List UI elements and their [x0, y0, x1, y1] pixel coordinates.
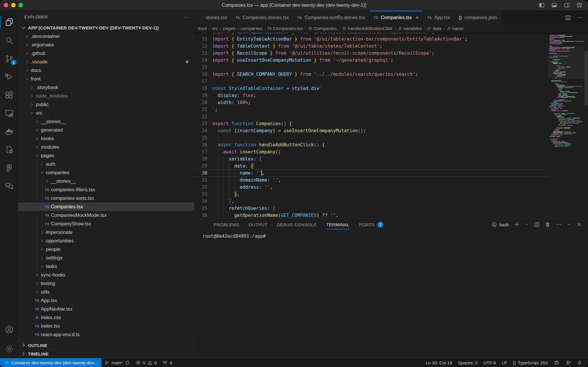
- breadcrumb-src[interactable]: src: [212, 26, 218, 31]
- minimize-window-button[interactable]: [11, 3, 16, 7]
- minimap[interactable]: [548, 33, 584, 218]
- tree-folder-companies[interactable]: companies: [19, 168, 194, 177]
- terminal[interactable]: root@0a42ecd84891:/app#: [194, 231, 588, 358]
- panel-tab-ports[interactable]: PORTS1: [359, 218, 383, 231]
- tree-folder-opportunities[interactable]: opportunities: [19, 237, 194, 245]
- tree-folder-.github[interactable]: .github: [19, 49, 194, 58]
- tab-Companies.sortBy.stories.tsx[interactable]: TSCompanies.sortBy.stories.tsx: [293, 11, 370, 24]
- cursor-position[interactable]: Ln 30, Col 19: [423, 358, 455, 367]
- activity-item-files[interactable]: [0, 13, 19, 31]
- activity-item-run-debug[interactable]: [0, 68, 19, 86]
- tree-folder-pages[interactable]: pages: [19, 151, 194, 160]
- activity-item-search[interactable]: [0, 31, 19, 49]
- new-terminal-icon[interactable]: [514, 222, 520, 227]
- scrollbar-thumb[interactable]: [584, 51, 587, 105]
- eol-sequence[interactable]: LF: [499, 358, 510, 367]
- notifications[interactable]: [574, 358, 585, 367]
- remote-indicator[interactable]: Container dev-twenty-dev (dev-twenty-dev…: [0, 358, 101, 367]
- close-tab-icon[interactable]: ×: [416, 15, 419, 21]
- tree-folder-src[interactable]: src: [19, 109, 194, 117]
- breadcrumb-variables[interactable]: variables: [397, 26, 422, 31]
- panel-tab-debug-console[interactable]: DEBUG CONSOLE: [277, 218, 317, 231]
- tree-file-companies-filters.tsx[interactable]: TScompanies-filters.tsx: [19, 185, 194, 194]
- zoom-window-button[interactable]: [19, 3, 23, 7]
- close-window-button[interactable]: [4, 3, 8, 7]
- tree-file-index.tsx[interactable]: TSindex.tsx: [19, 322, 194, 330]
- tree-folder-__stories__[interactable]: __stories__: [19, 177, 194, 185]
- activity-item-source-control[interactable]: 1: [0, 49, 19, 68]
- branch-indicator[interactable]: main*: [101, 358, 133, 367]
- tab-companies.json[interactable]: {}companies.json: [455, 11, 502, 24]
- activity-item-comments[interactable]: [0, 177, 19, 195]
- explorer-section-header[interactable]: APP [CONTAINER DEV-TWENTY-DEV (DEV-TWENT…: [19, 24, 194, 32]
- panel-tab-terminal[interactable]: TERMINAL: [326, 218, 350, 231]
- breadcrumb-companies[interactable]: companies: [240, 26, 263, 31]
- tree-folder-hooks[interactable]: hooks: [19, 134, 194, 143]
- timeline-section[interactable]: TIMELINE: [19, 349, 194, 358]
- code-editor[interactable]: 10import { WithTopBarContainer } from '@…: [194, 33, 588, 218]
- tree-file-CompaniesMockMode.tsx[interactable]: TSCompaniesMockMode.tsx: [19, 211, 194, 219]
- tree-folder-people[interactable]: people: [19, 245, 194, 254]
- toggle-sidebar-icon[interactable]: [539, 2, 545, 8]
- tree-folder-auth[interactable]: auth: [19, 160, 194, 168]
- tree-folder-.devcontainer[interactable]: .devcontainer: [19, 32, 194, 41]
- maximize-panel-icon[interactable]: [567, 222, 571, 227]
- tree-folder-impersonate[interactable]: impersonate: [19, 228, 194, 237]
- language-mode[interactable]: {} TypeScript JSX: [510, 358, 551, 367]
- tree-folder-public[interactable]: public: [19, 100, 194, 109]
- breadcrumb-Companies[interactable]: Companies: [308, 26, 337, 31]
- tree-folder-sync-hooks[interactable]: sync-hooks: [19, 271, 194, 279]
- panel-tab-output[interactable]: OUTPUT: [249, 218, 268, 231]
- activity-item-account[interactable]: [0, 320, 19, 338]
- toggle-panel-icon[interactable]: [551, 2, 557, 8]
- tree-folder-.ergomake[interactable]: .ergomake: [19, 41, 194, 49]
- tree-file-App.tsx[interactable]: TSApp.tsx: [19, 296, 194, 305]
- tree-file-CompanyShow.tsx[interactable]: TSCompanyShow.tsx: [19, 219, 194, 228]
- tree-file-companies-sorts.tsx[interactable]: TScompanies-sorts.tsx: [19, 194, 194, 202]
- tree-folder-node_modules[interactable]: node_modules: [19, 92, 194, 100]
- tree-file-index.css[interactable]: #index.css: [19, 313, 194, 322]
- tab-Companies.tsx[interactable]: TSCompanies.tsx×: [370, 11, 423, 24]
- breadcrumb-handleAddButtonClick[interactable]: handleAddButtonClick: [342, 26, 393, 31]
- panel-tab-problems[interactable]: PROBLEMS: [214, 218, 239, 231]
- split-terminal-icon[interactable]: [534, 222, 540, 227]
- activity-item-docker[interactable]: [0, 122, 19, 140]
- breadcrumb-data[interactable]: data: [427, 26, 441, 31]
- tree-file-AppNavbar.tsx[interactable]: TSAppNavbar.tsx: [19, 305, 194, 313]
- activity-item-settings[interactable]: [0, 340, 19, 358]
- breadcrumb-front[interactable]: front: [198, 26, 207, 31]
- kill-terminal-icon[interactable]: [545, 222, 551, 227]
- copilot-status[interactable]: [551, 358, 562, 367]
- tab-App.tsx[interactable]: TSApp.tsx: [423, 11, 455, 24]
- tree-folder-generated[interactable]: generated: [19, 126, 194, 134]
- terminal-instance[interactable]: bash: [492, 222, 509, 227]
- panel-more-actions-icon[interactable]: [556, 222, 562, 227]
- tree-folder-modules[interactable]: modules: [19, 143, 194, 151]
- explorer-more-actions-icon[interactable]: ⋯: [184, 15, 188, 19]
- tree-folder-docs[interactable]: docs: [19, 66, 194, 75]
- outline-section[interactable]: OUTLINE: [19, 341, 194, 349]
- ports-indicator[interactable]: 4: [160, 358, 175, 367]
- encoding[interactable]: UTF-8: [480, 358, 499, 367]
- close-panel-icon[interactable]: [576, 222, 582, 227]
- tree-folder-.vscode[interactable]: .vscode: [19, 58, 194, 66]
- split-editor-icon[interactable]: [565, 15, 571, 21]
- tree-file-Companies.tsx[interactable]: TSCompanies.tsx: [19, 202, 194, 211]
- activity-item-figma[interactable]: [0, 159, 19, 177]
- tree-folder-utils[interactable]: utils: [19, 288, 194, 296]
- minimap-slider[interactable]: [548, 46, 584, 79]
- tab-Companies.stories.tsx[interactable]: TSCompanies.stories.tsx: [231, 11, 293, 24]
- terminal-dropdown-icon[interactable]: [525, 222, 529, 227]
- tree-folder-tasks[interactable]: tasks: [19, 262, 194, 271]
- tree-folder-testing[interactable]: testing: [19, 279, 194, 288]
- tab-stories.tsx[interactable]: stories.tsx: [194, 11, 231, 24]
- activity-item-file-gear[interactable]: [0, 140, 19, 159]
- breadcrumb-name[interactable]: name: [447, 26, 464, 31]
- breadcrumb-pages[interactable]: pages: [223, 26, 235, 31]
- tree-folder-.storybook[interactable]: .storybook: [19, 83, 194, 92]
- tree-file-react-app-env.d.ts[interactable]: TSreact-app-env.d.ts: [19, 330, 194, 339]
- feedback[interactable]: [562, 358, 574, 367]
- activity-item-extensions[interactable]: [0, 86, 19, 104]
- tree-folder-__stories__[interactable]: __stories__: [19, 117, 194, 126]
- activity-item-remote-explorer[interactable]: [0, 104, 19, 122]
